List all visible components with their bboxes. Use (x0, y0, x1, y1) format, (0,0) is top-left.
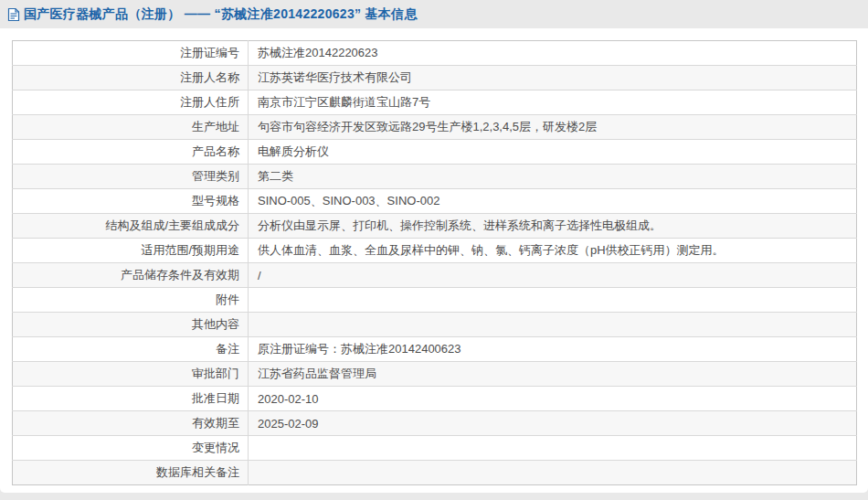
document-icon (7, 7, 20, 22)
table-row: 适用范围/预期用途供人体血清、血浆、全血及尿样中的钾、钠、氯、钙离子浓度（pH供… (13, 239, 857, 263)
row-value (249, 461, 857, 485)
row-label: 批准日期 (13, 387, 249, 411)
row-label: 备注 (13, 337, 249, 362)
row-label: 注册人名称 (13, 66, 249, 90)
row-label: 注册人住所 (13, 90, 249, 115)
row-value: 电解质分析仪 (249, 140, 857, 165)
table-row: 审批部门江苏省药品监督管理局 (13, 362, 857, 387)
row-value: 原注册证编号：苏械注准20142400623 (249, 337, 857, 362)
table-row: 管理类别第二类 (13, 165, 857, 189)
row-label: 审批部门 (13, 362, 249, 387)
row-value: 江苏英诺华医疗技术有限公司 (249, 66, 857, 90)
table-row: 有效期至2025-02-09 (13, 411, 857, 436)
table-row: 产品名称电解质分析仪 (13, 140, 857, 165)
row-value: 南京市江宁区麒麟街道宝山路7号 (249, 90, 857, 115)
table-row: 型号规格SINO-005、SINO-003、SINO-002 (13, 189, 857, 214)
row-label: 产品名称 (13, 140, 249, 165)
table-row: 备注原注册证编号：苏械注准20142400623 (13, 337, 857, 362)
registration-table: 注册证编号苏械注准20142220623注册人名称江苏英诺华医疗技术有限公司注册… (12, 40, 857, 485)
table-row: 变更情况 (13, 436, 857, 461)
page-header: 国产医疗器械产品（注册） —— “苏械注准20142220623” 基本信息 (0, 0, 868, 28)
row-value: SINO-005、SINO-003、SINO-002 (249, 189, 857, 214)
row-label: 结构及组成/主要组成成分 (13, 214, 249, 239)
row-label: 型号规格 (13, 189, 249, 214)
row-value: 句容市句容经济开发区致远路29号生产楼1,2,3,4,5层，研发楼2层 (249, 115, 857, 140)
row-label: 注册证编号 (13, 41, 249, 66)
row-value: 2020-02-10 (249, 387, 857, 411)
table-row: 生产地址句容市句容经济开发区致远路29号生产楼1,2,3,4,5层，研发楼2层 (13, 115, 857, 140)
content-card: 注册证编号苏械注准20142220623注册人名称江苏英诺华医疗技术有限公司注册… (0, 28, 868, 493)
registration-info-page: 国产医疗器械产品（注册） —— “苏械注准20142220623” 基本信息 注… (0, 0, 868, 500)
table-row: 产品储存条件及有效期/ (13, 263, 857, 288)
row-label: 数据库相关备注 (13, 461, 249, 485)
row-label: 有效期至 (13, 411, 249, 436)
row-label: 附件 (13, 288, 249, 313)
row-value (249, 436, 857, 461)
row-label: 变更情况 (13, 436, 249, 461)
row-value: 供人体血清、血浆、全血及尿样中的钾、钠、氯、钙离子浓度（pH供校正钙用）测定用。 (249, 239, 857, 263)
table-row: 数据库相关备注 (13, 461, 857, 485)
row-value: 苏械注准20142220623 (249, 41, 857, 66)
row-label: 产品储存条件及有效期 (13, 263, 249, 288)
row-label: 适用范围/预期用途 (13, 239, 249, 263)
table-row: 其他内容 (13, 313, 857, 337)
table-row: 注册证编号苏械注准20142220623 (13, 41, 857, 66)
table-row: 注册人名称江苏英诺华医疗技术有限公司 (13, 66, 857, 90)
row-value: 2025-02-09 (249, 411, 857, 436)
registration-table-body: 注册证编号苏械注准20142220623注册人名称江苏英诺华医疗技术有限公司注册… (13, 41, 857, 485)
row-value: / (249, 263, 857, 288)
row-value: 江苏省药品监督管理局 (249, 362, 857, 387)
table-row: 附件 (13, 288, 857, 313)
table-row: 注册人住所南京市江宁区麒麟街道宝山路7号 (13, 90, 857, 115)
row-value (249, 288, 857, 313)
page-title: 国产医疗器械产品（注册） —— “苏械注准20142220623” 基本信息 (24, 6, 418, 23)
table-row: 批准日期2020-02-10 (13, 387, 857, 411)
row-value (249, 313, 857, 337)
table-row: 结构及组成/主要组成成分分析仪由显示屏、打印机、操作控制系统、进样系统和离子选择… (13, 214, 857, 239)
row-value: 分析仪由显示屏、打印机、操作控制系统、进样系统和离子选择性电极组成。 (249, 214, 857, 239)
row-label: 其他内容 (13, 313, 249, 337)
row-label: 管理类别 (13, 165, 249, 189)
row-label: 生产地址 (13, 115, 249, 140)
row-value: 第二类 (249, 165, 857, 189)
